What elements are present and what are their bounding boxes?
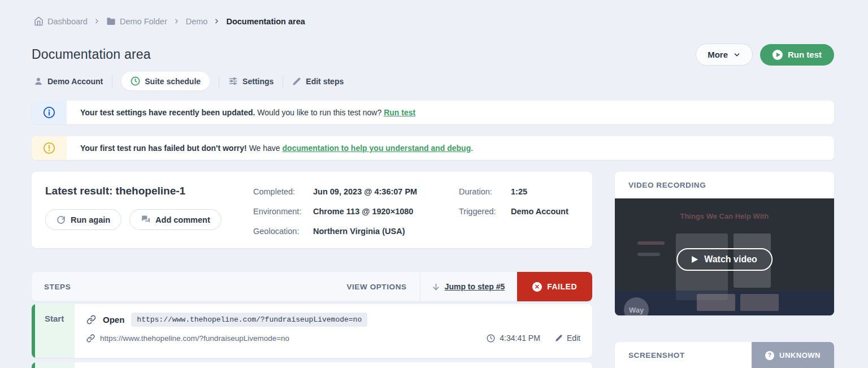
- steps-header-divider: [420, 272, 420, 301]
- info-alert-text: Would you like to run this test now?: [255, 108, 384, 117]
- latest-result-left: Latest result: thehopeline-1 Run again: [45, 185, 253, 235]
- warning-alert-text: We have: [247, 144, 283, 153]
- run-test-link[interactable]: Run test: [384, 108, 415, 117]
- user-icon: [34, 77, 43, 86]
- chevron-right-icon: [173, 18, 180, 25]
- more-button[interactable]: More: [696, 44, 753, 66]
- link-icon: [86, 315, 96, 324]
- info-circle-icon: [43, 106, 55, 119]
- subnav: Demo Account Suite schedule Settings Edi…: [32, 72, 834, 90]
- clock-icon: [131, 76, 140, 86]
- failed-status-label: FAILED: [547, 282, 577, 291]
- pencil-icon: [292, 77, 301, 86]
- step-row: Start Open https://www.thehopeline.com/?…: [32, 304, 592, 358]
- triggered-value: Demo Account: [511, 207, 579, 216]
- video-recording-header: VIDEO RECORDING: [615, 172, 834, 198]
- right-sidebar: VIDEO RECORDING Things We Can Help With …: [615, 172, 834, 368]
- play-circle-icon: [772, 50, 783, 60]
- duration-value: 1:25: [511, 187, 579, 196]
- jump-to-step-link[interactable]: Jump to step #5: [432, 282, 505, 291]
- left-column: Latest result: thehopeline-1 Run again: [32, 172, 592, 368]
- x-circle-icon: ✕: [532, 282, 542, 292]
- info-alert: Your test settings have recently been up…: [32, 101, 834, 124]
- breadcrumb-label: Dashboard: [47, 17, 88, 26]
- latest-result-title: Latest result: thehopeline-1: [45, 185, 253, 197]
- documentation-link[interactable]: documentation to help you understand and…: [283, 144, 471, 153]
- add-comment-button[interactable]: Add comment: [129, 209, 222, 230]
- geolocation-value: Northern Virginia (USA): [313, 227, 459, 236]
- breadcrumb-label: Demo Folder: [120, 17, 167, 26]
- subnav-item-suite-schedule[interactable]: Suite schedule: [121, 72, 210, 90]
- latest-result-buttons: Run again Add comment: [45, 209, 253, 230]
- duration-label: Duration:: [459, 187, 511, 196]
- video-thumbnail-shape: [637, 241, 665, 245]
- info-alert-message: Your test settings have recently been up…: [67, 101, 415, 124]
- failed-status-badge[interactable]: ✕ FAILED: [517, 272, 592, 301]
- clock-icon: [487, 334, 495, 343]
- video-thumbnail-shape: [697, 294, 735, 311]
- breadcrumb: Dashboard Demo Folder Demo Documentation…: [32, 16, 834, 26]
- geolocation-label: Geolocation:: [253, 227, 313, 236]
- step-marker: Start: [35, 304, 75, 358]
- sliders-icon: [228, 76, 238, 86]
- run-test-button[interactable]: Run test: [760, 44, 834, 66]
- video-thumbnail-logo: Way: [624, 297, 649, 315]
- page: Dashboard Demo Folder Demo Documentation…: [0, 0, 868, 368]
- refresh-icon: [57, 215, 66, 224]
- video-thumbnail-shape: [740, 294, 779, 311]
- step-target-value[interactable]: https://www.thehopeline.com/?fundraiseup…: [131, 313, 367, 327]
- breadcrumb-item-current: Documentation area: [226, 17, 305, 26]
- step-action-label: Open: [103, 315, 124, 324]
- video-thumbnail-shape: [615, 291, 834, 315]
- video-thumbnail[interactable]: Things We Can Help With Way Watch video: [615, 198, 834, 315]
- pencil-icon: [555, 334, 563, 342]
- watch-video-label: Watch video: [704, 254, 757, 265]
- subnav-edit-steps-label: Edit steps: [306, 77, 344, 86]
- completed-label: Completed:: [253, 187, 313, 196]
- step-body: Open https://www.thehopeline.com/?fundra…: [75, 304, 592, 358]
- subnav-settings-label: Settings: [242, 77, 274, 86]
- watch-video-button[interactable]: Watch video: [676, 248, 772, 271]
- step-time: 4:34:41 PM: [500, 334, 540, 343]
- arrow-down-icon: [432, 283, 440, 291]
- link-icon: [86, 334, 95, 343]
- breadcrumb-item-demo[interactable]: Demo: [186, 17, 208, 26]
- step-meta: 4:34:41 PM Edit: [487, 334, 580, 343]
- main-content: Latest result: thehopeline-1 Run again: [32, 172, 834, 368]
- page-header: Documentation area More Run test: [32, 44, 834, 66]
- info-alert-icon-area: [32, 101, 67, 124]
- latest-result-card: Latest result: thehopeline-1 Run again: [32, 172, 592, 248]
- run-again-button[interactable]: Run again: [45, 209, 121, 230]
- warning-alert: Your first test run has failed but don't…: [32, 136, 834, 160]
- view-options-button[interactable]: VIEW OPTIONS: [346, 283, 406, 291]
- chevron-down-icon: [733, 51, 741, 59]
- home-icon: [34, 16, 44, 26]
- unknown-status-badge[interactable]: ? UNKNOWN: [752, 342, 834, 368]
- question-circle-icon: ?: [765, 351, 774, 360]
- breadcrumb-item-dashboard[interactable]: Dashboard: [34, 16, 88, 26]
- step-detail-line: https://www.thehopeline.com/?fundraiseup…: [86, 334, 580, 343]
- more-button-label: More: [708, 50, 728, 59]
- warning-alert-suffix: .: [471, 144, 473, 153]
- warning-alert-icon-area: [32, 136, 67, 160]
- step-edit-button[interactable]: Edit: [555, 334, 580, 343]
- steps-header-bar: STEPS VIEW OPTIONS Jump to step #5 ✕ FAI…: [32, 272, 592, 301]
- video-thumbnail-heading: Things We Can Help With: [615, 212, 834, 220]
- video-thumbnail-shape: [637, 253, 660, 256]
- environment-label: Environment:: [253, 207, 313, 216]
- completed-value: Jun 09, 2023 @ 4:36:07 PM: [313, 187, 459, 196]
- subnav-item-settings[interactable]: Settings: [228, 76, 274, 86]
- steps-header-right: VIEW OPTIONS Jump to step #5 ✕ FAILED: [346, 272, 592, 301]
- step-url-link[interactable]: https://www.thehopeline.com/?fundraiseup…: [100, 334, 289, 343]
- video-recording-card: VIDEO RECORDING Things We Can Help With …: [615, 172, 834, 315]
- play-icon: [692, 256, 698, 263]
- warning-alert-bold-text: Your first test run has failed but don't…: [80, 144, 247, 153]
- step-marker: [35, 362, 75, 368]
- subnav-divider: [219, 75, 219, 88]
- subnav-account-label: Demo Account: [47, 77, 103, 86]
- breadcrumb-item-demo-folder[interactable]: Demo Folder: [106, 16, 167, 26]
- subnav-item-account[interactable]: Demo Account: [34, 77, 103, 86]
- step-action-line: Open https://www.thehopeline.com/?fundra…: [86, 313, 580, 327]
- unknown-status-label: UNKNOWN: [779, 351, 821, 360]
- subnav-item-edit-steps[interactable]: Edit steps: [292, 77, 344, 86]
